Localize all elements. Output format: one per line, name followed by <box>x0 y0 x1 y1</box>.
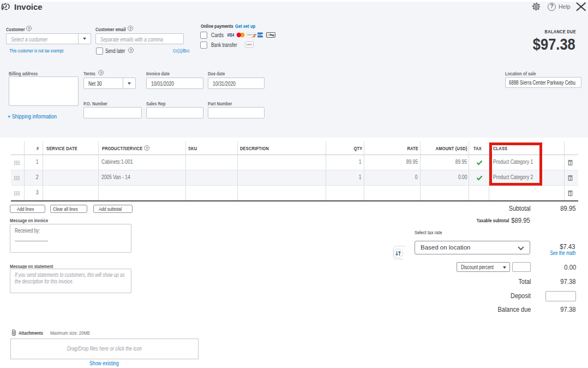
svg-text:VISA: VISA <box>227 32 235 38</box>
svg-text:AMEX: AMEX <box>258 34 262 36</box>
svg-text:DISCOVER: DISCOVER <box>248 34 257 36</box>
svg-text:Pay: Pay <box>269 33 274 37</box>
